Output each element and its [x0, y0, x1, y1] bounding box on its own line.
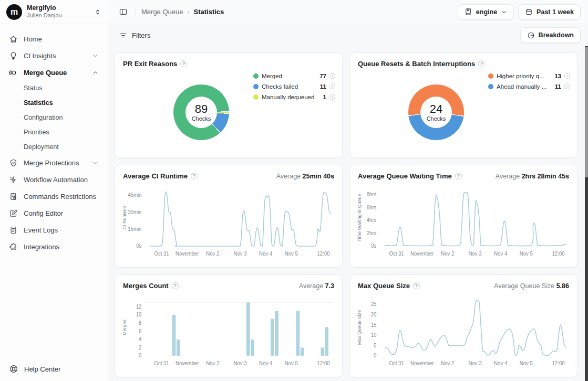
scrollbar-thumb[interactable] [585, 47, 588, 177]
sidebar-item-label: Commands Restrictions [24, 193, 96, 200]
line-chart[interactable]: 45min30min15min0sCI RuntimeOct 31Novembe… [119, 183, 339, 263]
legend-item[interactable]: Merged77i [253, 72, 335, 79]
merge-icon [9, 68, 18, 77]
sidebar-toggle-icon[interactable] [116, 5, 130, 19]
info-icon[interactable]: i [564, 73, 570, 79]
average-label: Average [276, 173, 301, 180]
charts-grid: PR Exit Reasons?89ChecksMerged77iChecks … [115, 52, 582, 377]
legend-color-dot [253, 73, 259, 79]
calendar-icon [525, 8, 533, 16]
sidebar-item-commands-restrictions[interactable]: Commands Restrictions [5, 188, 102, 205]
help-center-label: Help Center [24, 365, 60, 373]
repo-icon [465, 8, 472, 16]
info-icon[interactable]: i [329, 73, 335, 79]
help-center-link[interactable]: Help Center [0, 357, 108, 381]
legend-item[interactable]: Checks failed11i [253, 83, 335, 90]
help-icon[interactable]: ? [191, 173, 198, 179]
repo-select[interactable]: engine [458, 4, 514, 20]
bar-chart[interactable]: 121086420MergesOct 31NovemberNov 2Nov 3N… [119, 293, 339, 373]
legend-label: Manually dequeued [262, 94, 320, 100]
help-icon[interactable]: ? [413, 282, 420, 289]
donut-chart[interactable]: 24Checks [408, 84, 464, 140]
svg-text:Nov 4: Nov 4 [259, 361, 273, 366]
svg-text:12:00: 12:00 [552, 251, 565, 257]
sidebar-item-merge-protections[interactable]: Merge Protections [5, 154, 102, 171]
legend-value: 11 [320, 83, 326, 90]
legend-item[interactable]: Manually dequeued1i [253, 93, 335, 100]
date-range-button[interactable]: Past 1 week [518, 4, 581, 20]
svg-text:Oct 31: Oct 31 [154, 361, 169, 366]
svg-text:10: 10 [136, 312, 142, 318]
svg-text:5: 5 [374, 343, 377, 348]
date-range-label: Past 1 week [537, 8, 574, 16]
svg-text:Oct 31: Oct 31 [389, 361, 404, 366]
card-title-text: Queue Resets & Batch Interruptions [358, 60, 475, 68]
svg-text:6hrs: 6hrs [367, 205, 377, 210]
sidebar-subitem-status[interactable]: Status [5, 81, 102, 96]
breakdown-label: Breakdown [539, 31, 574, 39]
org-user: Julien Danjou [27, 12, 89, 19]
sidebar-subitem-priorities[interactable]: Priorities [5, 125, 102, 140]
sidebar-item-config-editor[interactable]: Config Editor [5, 205, 102, 221]
legend-label: Higher priority q... [497, 73, 551, 79]
svg-text:12:00: 12:00 [317, 251, 331, 257]
donut-total-caption: Checks [192, 115, 211, 122]
sidebar-subitem-deployment[interactable]: Deployment [5, 140, 102, 154]
svg-text:Time Waiting in Queue: Time Waiting in Queue [357, 194, 362, 242]
card-average-ci-runtime: Average CI Runtime?Average 25min 40s45mi… [115, 165, 343, 268]
breadcrumb-statistics: Statistics [194, 8, 224, 16]
svg-text:0: 0 [374, 353, 377, 358]
line-chart[interactable]: 2520151050Max Queue SizeOct 31NovemberNo… [354, 293, 574, 373]
sidebar-item-home[interactable]: Home [5, 30, 102, 47]
legend-color-dot [488, 73, 493, 79]
line-chart[interactable]: 8hrs6hrs4hrs2hrs0sTime Waiting in QueueO… [354, 183, 574, 263]
sidebar-subitem-statistics[interactable]: Statistics [5, 96, 102, 110]
info-icon[interactable]: i [564, 83, 570, 89]
help-icon[interactable]: ? [478, 60, 485, 67]
help-icon[interactable]: ? [172, 282, 179, 289]
average-readout: Average 7.3 [299, 282, 334, 290]
breadcrumb-merge-queue[interactable]: Merge Queue [141, 8, 183, 16]
filters-button[interactable]: Filters [116, 29, 154, 42]
legend-color-dot [253, 94, 259, 100]
sidebar-item-event-logs[interactable]: Event Logs [5, 221, 102, 238]
card-pr-exit-reasons: PR Exit Reasons?89ChecksMerged77iChecks … [115, 52, 343, 158]
svg-text:Nov 5: Nov 5 [520, 251, 533, 257]
sidebar-item-workflow-automation[interactable]: Workflow Automation [5, 171, 102, 188]
help-icon[interactable]: ? [455, 173, 462, 179]
legend-item[interactable]: Higher priority q...13i [488, 72, 570, 79]
legend-item[interactable]: Ahead manually ...11i [488, 83, 570, 90]
card-max-queue-size: Max Queue Size?Average Queue Size 5.8625… [349, 274, 577, 377]
info-icon[interactable]: i [329, 94, 335, 100]
help-icon[interactable]: ? [180, 60, 187, 67]
org-switcher[interactable]: m Mergifyio Julien Danjou [0, 0, 108, 24]
sidebar-item-label: Merge Protections [24, 159, 79, 167]
breakdown-button[interactable]: Breakdown [520, 27, 581, 43]
card-title-text: PR Exit Reasons [123, 60, 177, 68]
svg-text:25: 25 [371, 301, 377, 307]
legend-label: Merged [262, 73, 316, 79]
sidebar-item-label: CI Insights [24, 52, 56, 60]
mergify-logo: m [6, 4, 22, 20]
legend-label: Checks failed [262, 83, 317, 90]
average-readout: Average 25min 40s [276, 173, 334, 180]
donut-chart[interactable]: 89Checks [173, 84, 229, 140]
breadcrumb: Merge Queue › Statistics [141, 8, 224, 16]
breadcrumb-separator: › [188, 8, 190, 16]
svg-text:November: November [410, 251, 434, 257]
svg-text:Max Queue Size: Max Queue Size [357, 310, 362, 345]
org-switcher-chevrons-icon[interactable] [94, 8, 101, 16]
info-icon[interactable]: i [329, 83, 335, 89]
sidebar-item-ci-insights[interactable]: CI Insights [5, 47, 102, 64]
svg-text:10: 10 [371, 332, 377, 338]
card-title-text: Max Queue Size [358, 282, 410, 290]
sidebar-subitem-configuration[interactable]: Configuration [5, 110, 102, 125]
legend-value: 1 [323, 94, 326, 100]
sidebar-item-merge-queue[interactable]: Merge Queue [5, 64, 102, 81]
card-title-text: Average Queue Waiting Time [358, 172, 452, 180]
sidebar-item-label: Home [24, 35, 42, 43]
sidebar: m Mergifyio Julien Danjou HomeCI Insight… [0, 0, 108, 381]
svg-text:Nov 4: Nov 4 [494, 251, 508, 257]
donut-total-caption: Checks [427, 115, 446, 122]
sidebar-item-integrations[interactable]: Integrations [5, 238, 102, 255]
